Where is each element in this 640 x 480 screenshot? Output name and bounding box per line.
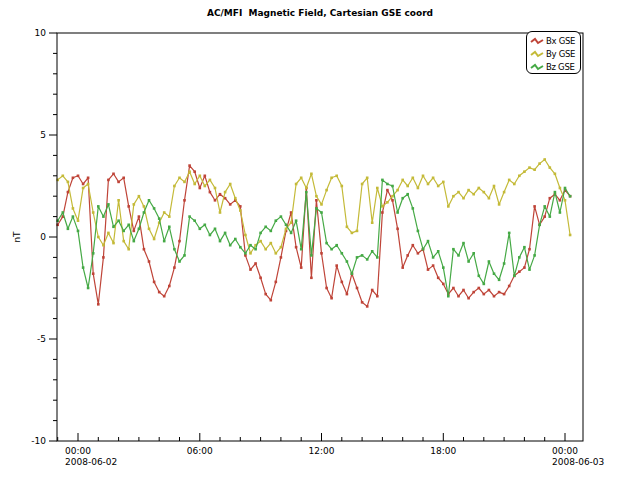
bx-line-sample-icon	[530, 37, 544, 45]
y-tick-label: 10	[35, 28, 47, 38]
by-line-sample-icon	[530, 50, 544, 58]
x-date-label: 2008-06-03	[552, 457, 604, 467]
bz-line-sample-icon	[530, 63, 544, 71]
y-tick-label: -5	[37, 334, 46, 344]
legend-item-bx: Bx GSE	[530, 34, 580, 47]
legend-label-by: By GSE	[546, 49, 575, 59]
y-tick-label: 0	[40, 232, 46, 242]
legend-item-by: By GSE	[530, 47, 580, 60]
legend-box: Bx GSE By GSE Bz GSE	[526, 31, 581, 74]
legend-label-bx: Bx GSE	[546, 36, 575, 46]
y-tick-label: 5	[40, 130, 46, 140]
plot-window: AC/MFI Magnetic Field, Cartesian GSE coo…	[0, 0, 640, 480]
x-tick-label: 00:00	[552, 446, 578, 456]
x-tick-label: 18:00	[430, 446, 456, 456]
x-date-label: 2008-06-02	[65, 457, 117, 467]
x-tick-label: 12:00	[309, 446, 335, 456]
legend-label-bz: Bz GSE	[546, 62, 575, 72]
x-tick-label: 00:00	[65, 446, 91, 456]
y-tick-label: -10	[31, 436, 46, 446]
x-tick-label: 06:00	[187, 446, 213, 456]
legend-item-bz: Bz GSE	[530, 60, 580, 73]
